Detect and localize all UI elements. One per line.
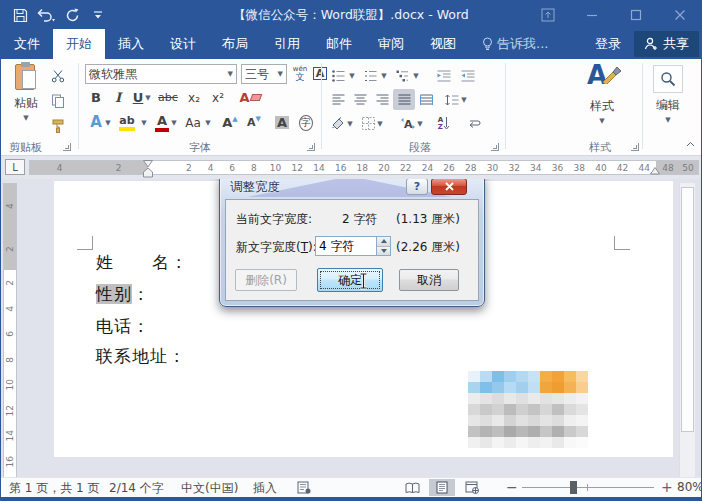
minimize-icon[interactable] [577, 4, 607, 26]
web-layout-icon[interactable] [459, 479, 485, 496]
borders-dropdown[interactable]: ▼ [375, 113, 385, 134]
bullets-dropdown[interactable]: ▼ [347, 65, 357, 86]
zoom-level[interactable]: 80% [677, 480, 702, 494]
close-icon[interactable] [665, 4, 695, 26]
read-mode-icon[interactable] [399, 479, 425, 496]
numbering-dropdown[interactable]: ▼ [379, 65, 389, 86]
redo-icon[interactable] [61, 5, 83, 25]
font-dialog-launcher-icon[interactable] [307, 143, 315, 151]
scrollbar-thumb[interactable] [681, 187, 694, 432]
clipboard-dialog-launcher-icon[interactable] [63, 143, 71, 151]
maximize-icon[interactable] [621, 4, 651, 26]
customize-qat-icon[interactable] [87, 5, 109, 25]
decrease-indent-button[interactable] [433, 65, 455, 86]
dialog-close-button[interactable] [431, 179, 467, 195]
zoom-out-button[interactable]: − [506, 479, 518, 495]
styles-dialog-launcher-icon[interactable] [631, 143, 639, 151]
align-center-button[interactable] [349, 89, 371, 110]
spinner-down-icon[interactable] [377, 246, 390, 256]
spinner-up-icon[interactable] [377, 237, 390, 246]
collapse-ribbon-icon[interactable] [683, 137, 697, 151]
ribbon-display-options-icon[interactable] [533, 4, 563, 26]
shading-dropdown[interactable]: ▼ [345, 113, 355, 134]
zoom-slider-track[interactable] [522, 487, 654, 488]
tab-design[interactable]: 设计 [157, 29, 209, 59]
share-button[interactable]: 共享 [634, 31, 699, 57]
tab-view[interactable]: 视图 [417, 29, 469, 59]
grow-font-button[interactable]: A▲ [219, 112, 241, 133]
dialog-help-button[interactable]: ? [406, 179, 428, 195]
underline-dropdown[interactable]: ▼ [143, 87, 153, 108]
tab-file[interactable]: 文件 [1, 29, 53, 59]
new-width-input[interactable] [315, 236, 377, 256]
tab-selector[interactable]: L [5, 159, 25, 175]
tab-review[interactable]: 审阅 [365, 29, 417, 59]
editing-button[interactable]: 编辑 ▼ [647, 65, 689, 141]
macro-record-icon[interactable] [297, 481, 311, 494]
enclose-characters-button[interactable]: 字 [295, 112, 317, 133]
line-spacing-dropdown[interactable]: ▼ [459, 89, 469, 110]
current-width-cm: (1.13 厘米) [396, 211, 460, 228]
change-case-button[interactable]: Aa [181, 112, 205, 133]
subscript-button[interactable]: x₂ [183, 87, 205, 108]
tab-sign-in[interactable]: 登录 [582, 29, 634, 59]
save-icon[interactable] [9, 5, 31, 25]
shrink-font-button[interactable]: A▼ [243, 112, 265, 133]
highlight-color-button[interactable]: ab [115, 112, 139, 133]
first-line-indent-marker[interactable] [143, 160, 153, 168]
tab-insert[interactable]: 插入 [105, 29, 157, 59]
show-hide-marks-button[interactable] [463, 113, 485, 134]
format-painter-button[interactable] [47, 115, 69, 136]
print-layout-icon[interactable] [429, 479, 455, 496]
undo-icon[interactable] [35, 5, 57, 25]
paste-button[interactable]: 粘贴 ▼ [7, 62, 45, 138]
font-name-combo[interactable]: 微软雅黑 ▼ [85, 64, 237, 84]
new-width-cm: (2.26 厘米) [396, 239, 460, 256]
font-color-dropdown[interactable]: ▼ [169, 112, 179, 133]
multilevel-dropdown[interactable]: ▼ [411, 65, 421, 86]
tab-layout[interactable]: 布局 [209, 29, 261, 59]
tab-references[interactable]: 引用 [261, 29, 313, 59]
highlight-dropdown[interactable]: ▼ [139, 112, 149, 133]
copy-button[interactable] [47, 90, 69, 111]
numbering-button[interactable] [359, 65, 381, 86]
align-left-button[interactable] [327, 89, 349, 110]
strikethrough-button[interactable]: abc [155, 87, 181, 108]
insert-mode[interactable]: 插入 [253, 480, 277, 497]
multilevel-list-button[interactable] [391, 65, 413, 86]
tab-mailings[interactable]: 邮件 [313, 29, 365, 59]
font-size-combo[interactable]: 三号 ▼ [241, 64, 287, 84]
paragraph-dialog-launcher-icon[interactable] [491, 143, 499, 151]
right-indent-marker[interactable] [650, 167, 660, 175]
change-case-dropdown[interactable]: ▼ [203, 112, 213, 133]
delete-button[interactable]: 删除(R) [235, 269, 297, 291]
bold-button[interactable]: B [85, 87, 107, 108]
justify-button[interactable] [393, 89, 415, 110]
increase-indent-button[interactable] [457, 65, 479, 86]
vertical-scrollbar[interactable] [679, 183, 695, 479]
cancel-button[interactable]: 取消 [399, 269, 459, 291]
cut-button[interactable] [47, 65, 69, 86]
asian-layout-dropdown[interactable]: ▼ [415, 113, 425, 134]
italic-button[interactable]: I [107, 87, 129, 108]
adjust-width-dialog: 调整宽度 ? 当前文字宽度: 2 字符 (1.13 厘米) 新文字宽度(T): … [219, 179, 485, 307]
zoom-in-button[interactable]: + [661, 479, 673, 495]
phonetic-guide-button[interactable]: wén 文 [291, 63, 309, 85]
superscript-button[interactable]: x² [207, 87, 229, 108]
tab-tell-me[interactable]: 告诉我... [469, 29, 561, 59]
ok-button[interactable]: 确定 [317, 268, 383, 292]
align-right-button[interactable] [371, 89, 393, 110]
page-info[interactable]: 第 1 页，共 1 页 [9, 480, 100, 497]
tab-home[interactable]: 开始 [53, 29, 105, 59]
text-effects-dropdown[interactable]: ▼ [103, 112, 113, 133]
left-indent-marker[interactable] [143, 168, 153, 178]
clear-formatting-button[interactable]: A [237, 87, 263, 108]
character-shading-button[interactable]: A [271, 112, 293, 133]
language-status[interactable]: 中文(中国) [181, 480, 238, 497]
distribute-button[interactable] [415, 89, 437, 110]
styles-button[interactable]: A 样式 ▼ [581, 62, 623, 138]
bullets-button[interactable] [327, 65, 349, 86]
word-count[interactable]: 2/14 个字 [109, 480, 164, 497]
sort-button[interactable]: A Z [433, 113, 455, 134]
zoom-slider-thumb[interactable] [570, 481, 577, 494]
